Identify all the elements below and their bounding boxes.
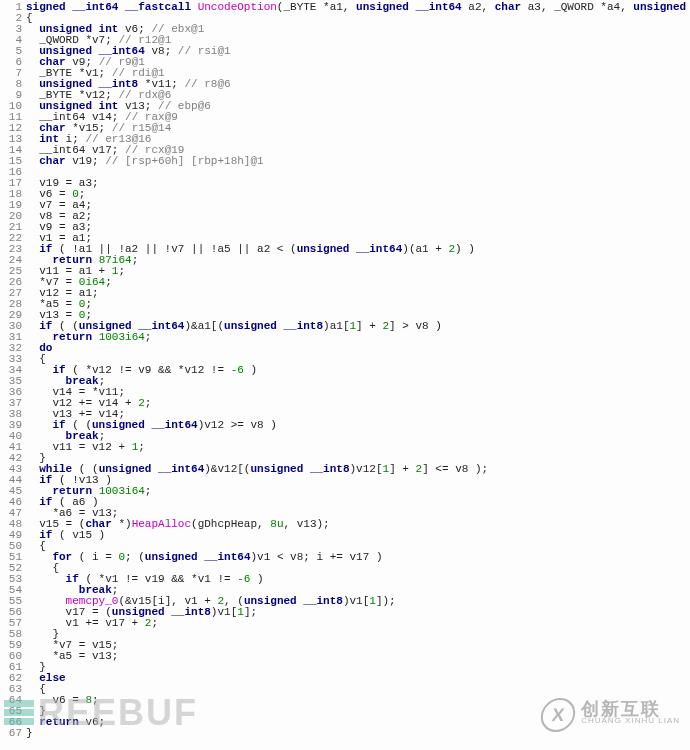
code-content: *v7 = 0i64; [26,277,686,288]
code-content: *a5 = 0; [26,299,686,310]
tok-plain: ( i = [72,551,118,563]
code-content: v11 = v12 + 1; [26,442,686,453]
code-line: 61 } [4,662,686,673]
code-content: v11 = a1 + 1; [26,266,686,277]
code-content: } [26,728,686,739]
line-number: 67 [4,728,26,739]
code-content: while ( (unsigned __int64)&v12[(unsigned… [26,464,686,475]
tok-kw: unsigned __int64 [356,1,462,13]
code-line: 28 *a5 = 0; [4,299,686,310]
tok-num: 2 [138,397,145,409]
code-content: v19 = a3; [26,178,686,189]
tok-plain: )&a1[( [184,320,224,332]
tok-num: -6 [237,573,250,585]
tok-kw: signed __int64 __fastcall [26,1,198,13]
tok-plain: ) ) [455,243,475,255]
code-line: 39 if ( (unsigned __int64)v12 >= v8 ) [4,420,686,431]
code-line: 16 [4,167,686,178]
code-content: if ( v15 ) [26,530,686,541]
code-content: v7 = a4; [26,200,686,211]
code-line: 62 else [4,673,686,684]
code-line: 27 v12 = a1; [4,288,686,299]
code-line: 66 return v6; [4,717,686,728]
tok-plain: )v1[ [343,595,369,607]
tok-plain: ; [145,331,152,343]
code-line: 19 v7 = a4; [4,200,686,211]
code-content: v8 = a2; [26,211,686,222]
code-content: else [26,673,686,684]
tok-plain: ; [151,617,158,629]
code-line: 63 { [4,684,686,695]
tok-plain: ; ( [125,551,145,563]
tok-num: 8u [270,518,283,530]
tok-kw: char [39,155,65,167]
tok-plain: ; [118,265,125,277]
code-content: return 1003i64; [26,332,686,343]
tok-plain: (_BYTE *a1, [277,1,356,13]
code-line: 57 v1 += v17 + 2; [4,618,686,629]
tok-num: 1003i64 [99,331,145,343]
code-line: 51 for ( i = 0; (unsigned __int64)v1 < v… [4,552,686,563]
code-content: v15 = (char *)HeapAlloc(gDhcpHeap, 8u, v… [26,519,686,530]
tok-plain: ) [250,573,263,585]
tok-plain: v6; [79,716,105,728]
tok-cmt: // r8@6 [184,78,230,90]
tok-kw: unsigned __int8 [224,320,323,332]
tok-kw: return [52,331,92,343]
tok-plain: v19; [66,155,106,167]
code-line: 41 v11 = v12 + 1; [4,442,686,453]
code-line: 21 v9 = a3; [4,222,686,233]
tok-plain: )(a1 + [402,243,448,255]
code-content: { [26,684,686,695]
code-viewer: 1signed __int64 __fastcall UncodeOption(… [0,0,690,750]
code-content: v6 = 0; [26,189,686,200]
tok-plain: , v13); [283,518,329,530]
code-content: char v19; // [rsp+60h] [rbp+18h]@1 [26,156,686,167]
code-line: 64 v6 = 8; [4,695,686,706]
tok-num: -6 [231,364,244,376]
code-content: return v6; [26,717,686,728]
code-content: v9 = a3; [26,222,686,233]
code-content: } [26,706,686,717]
tok-plain: ; [145,397,152,409]
code-content: for ( i = 0; (unsigned __int64)v1 < v8; … [26,552,686,563]
code-line: 1signed __int64 __fastcall UncodeOption(… [4,2,686,13]
tok-plain: ] <= v8 ); [422,463,488,475]
tok-plain: )a1[ [323,320,349,332]
code-line: 49 if ( v15 ) [4,530,686,541]
tok-kw: unsigned __int64 [145,551,251,563]
code-content: v12 = a1; [26,288,686,299]
tok-plain: ] + [389,463,415,475]
code-line: 15 char v19; // [rsp+60h] [rbp+18h]@1 [4,156,686,167]
tok-plain: ; [105,276,112,288]
code-line: 45 return 1003i64; [4,486,686,497]
tok-plain: ( v15 ) [52,529,105,541]
tok-plain: ] + [356,320,382,332]
code-line: 48 v15 = (char *)HeapAlloc(gDhcpHeap, 8u… [4,519,686,530]
tok-fn: UncodeOption [198,1,277,13]
code-line: 18 v6 = 0; [4,189,686,200]
tok-kw: unsigned int [633,1,690,13]
code-line: 20 v8 = a2; [4,211,686,222]
code-content: *v7 = v15; [26,640,686,651]
tok-plain: )v1[ [211,606,237,618]
code-line: 26 *v7 = 0i64; [4,277,686,288]
tok-kw: return [39,716,79,728]
tok-plain: } [26,727,33,739]
code-line: 60 *a5 = v13; [4,651,686,662]
tok-plain: ] > v8 ) [389,320,442,332]
tok-fn: HeapAlloc [132,518,191,530]
tok-plain: (gDhcpHeap, [191,518,270,530]
code-content: *a5 = v13; [26,651,686,662]
code-content: if ( (unsigned __int64)v12 >= v8 ) [26,420,686,431]
code-content: } [26,662,686,673]
tok-plain: ]); [376,595,396,607]
tok-plain: *) [112,518,132,530]
tok-plain: ; [138,441,145,453]
tok-plain: v8; [145,45,178,57]
tok-plain: )v1 < v8; i += v17 ) [250,551,382,563]
tok-plain: ]; [244,606,257,618]
tok-plain: ; [132,254,139,266]
code-line: 17 v19 = a3; [4,178,686,189]
code-line: 67} [4,728,686,739]
